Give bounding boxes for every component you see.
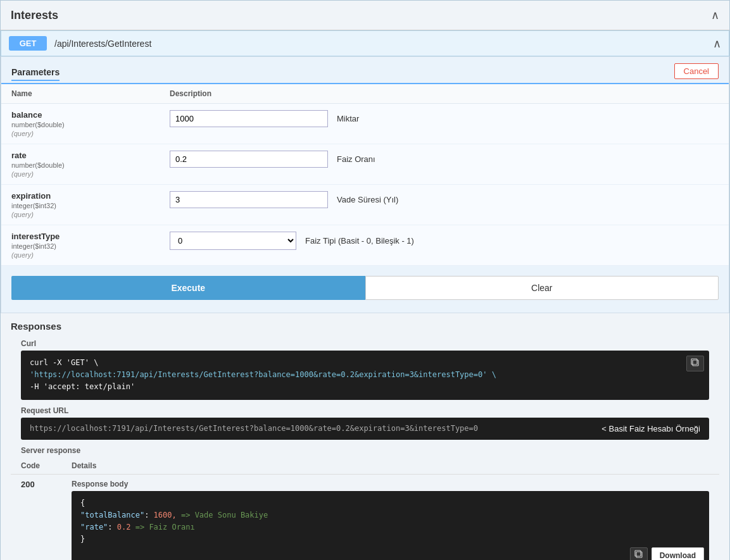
- param-type-balance: number($double): [11, 121, 170, 128]
- body-line4: }: [80, 535, 85, 544]
- download-button[interactable]: Download: [651, 547, 704, 560]
- copy-icon: [691, 358, 700, 367]
- resp-actions: Download: [630, 547, 704, 560]
- response-table-header: Code Details: [11, 457, 719, 475]
- balance-input[interactable]: [170, 110, 328, 127]
- param-value-cell-expiration: Vade Süresi (Yıl): [170, 191, 719, 208]
- request-url-annotation: < Basit Faiz Hesabı Örneği: [601, 424, 700, 433]
- page-container: Interests ∧ GET /api/Interests/GetIntere…: [0, 0, 730, 560]
- body-total-balance-comment: => Vade Sonu Bakiye: [177, 511, 268, 520]
- param-location-rate: (query): [11, 170, 170, 178]
- param-location-interest-type: (query): [11, 251, 170, 259]
- param-name-cell-rate: rate number($double) (query): [11, 151, 170, 178]
- param-type-expiration: integer($int32): [11, 202, 170, 209]
- body-rate-value: 0.2: [113, 523, 131, 532]
- request-url-box: https://localhost:7191/api/Interests/Get…: [21, 418, 709, 440]
- curl-box: curl -X 'GET' \ 'https://localhost:7191/…: [21, 351, 709, 400]
- section-collapse-icon[interactable]: ∧: [711, 8, 719, 22]
- responses-section: Responses Curl curl -X 'GET' \ 'https://…: [1, 313, 729, 560]
- param-name-balance: balance: [11, 110, 170, 120]
- col-code-header: Code: [21, 461, 72, 470]
- rate-input[interactable]: [170, 151, 328, 168]
- curl-copy-button[interactable]: [686, 356, 704, 371]
- expiration-input[interactable]: [170, 191, 328, 208]
- param-name-cell-interest-type: interestType integer($int32) (query): [11, 232, 170, 259]
- param-desc-expiration: Vade Süresi (Yıl): [337, 195, 398, 204]
- action-row: Execute Clear: [11, 276, 719, 300]
- params-table-header: Name Description: [1, 84, 729, 104]
- param-row-balance: balance number($double) (query) Miktar: [1, 104, 729, 144]
- svg-rect-0: [693, 360, 698, 366]
- get-path: /api/Interests/GetInterest: [54, 39, 705, 49]
- section-title: Interests: [11, 9, 58, 22]
- response-copy-button[interactable]: [630, 547, 648, 560]
- param-row-interest-type: interestType integer($int32) (query) 0 1…: [1, 225, 729, 266]
- body-total-balance-key: "totalBalance": [80, 511, 144, 520]
- params-section: Parameters Cancel Name Description balan…: [1, 56, 729, 313]
- param-location-expiration: (query): [11, 211, 170, 218]
- curl-line1: curl -X 'GET' \: [30, 358, 98, 367]
- param-name-expiration: expiration: [11, 191, 170, 201]
- get-collapse-icon[interactable]: ∧: [713, 37, 721, 51]
- clear-button[interactable]: Clear: [365, 276, 719, 300]
- request-url-label: Request URL: [11, 400, 719, 418]
- curl-line2: 'https://localhost:7191/api/Interests/Ge…: [30, 370, 496, 379]
- body-total-balance-value: 1600,: [149, 511, 176, 520]
- param-value-cell-balance: Miktar: [170, 110, 719, 127]
- request-url-text: https://localhost:7191/api/Interests/Get…: [30, 424, 591, 433]
- get-bar: GET /api/Interests/GetInterest ∧: [1, 30, 729, 56]
- get-badge: GET: [9, 36, 47, 51]
- svg-rect-1: [691, 359, 697, 364]
- cancel-button[interactable]: Cancel: [674, 63, 719, 79]
- resp-details: Response body { "totalBalance": 1600, =>…: [72, 480, 709, 560]
- section-header: Interests ∧: [1, 1, 729, 30]
- curl-label: Curl: [11, 339, 719, 348]
- param-type-interest-type: integer($int32): [11, 242, 170, 250]
- param-name-cell-expiration: expiration integer($int32) (query): [11, 191, 170, 218]
- param-value-cell-interest-type: 0 1 Faiz Tipi (Basit - 0, Bileşik - 1): [170, 232, 719, 250]
- col-description-header: Description: [170, 89, 719, 98]
- resp-body-label: Response body: [72, 480, 709, 488]
- param-value-cell-rate: Faiz Oranı: [170, 151, 719, 168]
- param-row-rate: rate number($double) (query) Faiz Oranı: [1, 144, 729, 185]
- param-desc-balance: Miktar: [337, 114, 359, 123]
- param-row-expiration: expiration integer($int32) (query) Vade …: [1, 185, 729, 225]
- response-code: 200: [21, 480, 72, 489]
- execute-button[interactable]: Execute: [11, 276, 365, 300]
- param-desc-rate: Faiz Oranı: [337, 154, 375, 164]
- params-header: Parameters Cancel: [1, 57, 729, 84]
- svg-rect-3: [635, 551, 641, 556]
- response-row-200: 200 Response body { "totalBalance": 1600…: [11, 475, 719, 560]
- curl-line3: -H 'accept: text/plain': [30, 382, 135, 391]
- body-line1: {: [80, 499, 85, 507]
- interest-type-select[interactable]: 0 1: [170, 232, 296, 250]
- params-title: Parameters: [11, 67, 60, 81]
- col-details-header: Details: [72, 461, 709, 470]
- param-name-interest-type: interestType: [11, 232, 170, 241]
- svg-rect-2: [636, 552, 642, 557]
- param-desc-interest-type: Faiz Tipi (Basit - 0, Bileşik - 1): [305, 236, 414, 246]
- param-location-balance: (query): [11, 130, 170, 137]
- resp-body-box: { "totalBalance": 1600, => Vade Sonu Bak…: [72, 491, 709, 560]
- col-name-header: Name: [11, 89, 170, 98]
- param-type-rate: number($double): [11, 161, 170, 169]
- server-response-label: Server response: [11, 440, 719, 457]
- body-rate-comment: => Faiz Oranı: [131, 523, 195, 532]
- param-name-rate: rate: [11, 151, 170, 160]
- body-rate-key: "rate": [80, 523, 108, 532]
- copy-icon-response: [634, 550, 643, 559]
- param-name-cell-balance: balance number($double) (query): [11, 110, 170, 137]
- responses-title: Responses: [11, 321, 719, 332]
